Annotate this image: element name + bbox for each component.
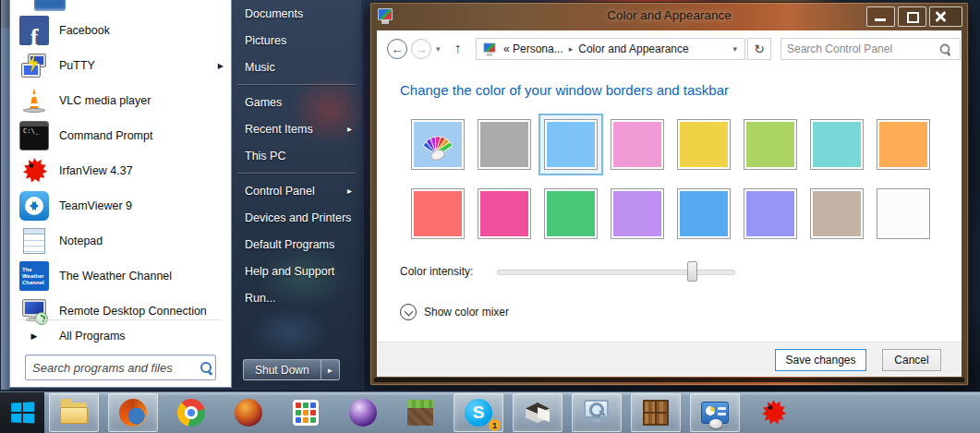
close-button[interactable] <box>929 6 962 27</box>
title-bar[interactable]: Color and Appearance <box>370 3 968 30</box>
all-programs-item[interactable]: ▶ All Programs <box>10 322 231 350</box>
program-item-command-prompt[interactable]: C:\_Command Prompt <box>10 118 231 153</box>
control-panel-search-input[interactable] <box>781 42 938 55</box>
back-arrow-icon: ← <box>392 42 404 56</box>
color-swatch-green[interactable] <box>744 119 797 170</box>
window-client-area: ← → ▾ ↑ « Persona... ▸ Color and Appeara… <box>377 30 962 377</box>
taskbar-eclipse[interactable] <box>339 394 387 431</box>
chrome-icon <box>176 398 206 427</box>
slider-track[interactable] <box>497 270 735 275</box>
display-settings-icon <box>700 398 730 427</box>
breadcrumb-current[interactable]: Color and Appearance <box>576 42 690 55</box>
color-intensity-slider[interactable] <box>497 258 735 285</box>
color-swatch-gray[interactable] <box>478 119 531 170</box>
recent-pages-dropdown-icon[interactable]: ▾ <box>436 44 441 54</box>
program-item-facebook[interactable]: fFacebook <box>10 13 231 48</box>
irfanview-icon <box>758 398 788 427</box>
color-swatch-magenta[interactable] <box>478 188 531 239</box>
taskbar-firefox[interactable] <box>108 393 158 432</box>
taskbar-skype[interactable]: S1 <box>454 393 503 432</box>
color-swatch-sky-blue[interactable] <box>544 119 598 170</box>
pinned-item-partial-icon[interactable] <box>34 0 66 11</box>
taskbar-irfanview[interactable] <box>749 394 797 431</box>
divider <box>237 173 356 174</box>
all-programs-label: All Programs <box>59 330 126 343</box>
up-button[interactable]: ↑ <box>454 40 462 55</box>
taskbar-minecraft-crafting[interactable] <box>631 393 681 432</box>
submenu-arrow-icon: ▸ <box>347 124 352 134</box>
program-item-putty[interactable]: PuTTY▶ <box>10 48 231 83</box>
color-swatch-white[interactable] <box>877 188 930 239</box>
color-intensity-label: Color intensity: <box>400 265 473 278</box>
color-swatch-blue[interactable] <box>677 188 731 239</box>
irfanview-icon <box>19 156 49 186</box>
program-item-notepad[interactable]: Notepad <box>10 223 231 259</box>
shut-down-options-arrow[interactable]: ▸ <box>321 359 340 380</box>
file-explorer-icon <box>59 398 89 427</box>
save-changes-button[interactable]: Save changes <box>775 349 866 371</box>
search-icon <box>199 360 213 375</box>
color-swatch-periwinkle[interactable] <box>744 188 797 239</box>
start-menu-places-panel: DocumentsPicturesMusicGamesRecent Items▸… <box>232 0 361 388</box>
back-button[interactable]: ← <box>387 39 407 59</box>
firefox-icon <box>118 398 148 427</box>
places-item[interactable]: Documents <box>232 0 361 27</box>
breadcrumb-collapsed[interactable]: « Persona... <box>502 42 565 55</box>
places-item[interactable]: Control Panel▸ <box>232 177 361 204</box>
places-item[interactable]: Pictures <box>232 27 361 54</box>
color-swatch-orange[interactable] <box>877 119 930 170</box>
color-swatch-lavender[interactable] <box>611 188 664 239</box>
taskbar-screen-search[interactable] <box>572 393 622 432</box>
minimize-button[interactable] <box>866 6 895 27</box>
address-dropdown-icon[interactable]: ▾ <box>732 44 744 54</box>
program-item-weather-channel[interactable]: TheWeatherChannelThe Weather Channel <box>10 259 231 294</box>
places-item[interactable]: Recent Items▸ <box>232 115 361 142</box>
program-item-irfanview[interactable]: IrfanView 4.37 <box>10 153 231 188</box>
places-item[interactable]: Help and Support <box>232 258 361 284</box>
color-swatch-grid <box>411 119 930 258</box>
taskbar-app-launcher[interactable] <box>282 394 330 431</box>
cancel-button[interactable]: Cancel <box>882 349 941 371</box>
color-swatch-pink[interactable] <box>611 119 664 170</box>
taskbar-chrome[interactable] <box>167 394 215 431</box>
color-swatch-emerald[interactable] <box>544 188 598 239</box>
taskbar-minecraft[interactable] <box>396 394 444 431</box>
start-button[interactable] <box>0 392 44 433</box>
color-swatch-red[interactable] <box>411 188 465 239</box>
color-swatch-automatic[interactable] <box>411 119 465 170</box>
color-swatch-taupe[interactable] <box>810 188 864 239</box>
start-search-box[interactable] <box>25 355 216 380</box>
start-menu: fFacebookPuTTY▶VLC media playerC:\_Comma… <box>0 0 364 391</box>
color-swatch-turquoise[interactable] <box>810 119 864 170</box>
places-item[interactable]: Music <box>232 54 361 80</box>
taskbar-firefox-aurora[interactable] <box>224 394 272 431</box>
address-bar[interactable]: « Persona... ▸ Color and Appearance ▾ <box>476 38 745 60</box>
slider-thumb[interactable] <box>687 261 697 282</box>
taskbar-file-explorer[interactable] <box>49 393 99 432</box>
start-menu-programs-panel: fFacebookPuTTY▶VLC media playerC:\_Comma… <box>9 0 232 388</box>
notification-badge: 1 <box>489 419 501 431</box>
places-item[interactable]: Default Programs <box>232 231 361 258</box>
places-item[interactable]: Run... <box>232 284 361 311</box>
program-item-teamviewer[interactable]: TeamViewer 9 <box>10 188 231 223</box>
forward-button[interactable]: → <box>411 39 431 59</box>
control-panel-search-box[interactable] <box>780 38 961 60</box>
maximize-button[interactable] <box>898 6 926 27</box>
show-color-mixer-toggle[interactable]: Show color mixer <box>400 304 509 320</box>
places-item[interactable]: This PC <box>232 142 361 169</box>
shut-down-button[interactable]: Shut Down <box>243 359 321 380</box>
color-appearance-window: Color and Appearance ← → ▾ ↑ « Persona..… <box>369 2 969 386</box>
places-item[interactable]: Games <box>232 89 361 115</box>
start-search-input[interactable] <box>26 361 199 375</box>
taskbar-display-settings[interactable] <box>690 393 740 432</box>
teamviewer-icon <box>19 191 49 221</box>
taskbar-sweet-home-3d[interactable] <box>513 393 563 432</box>
page-heading: Change the color of your window borders … <box>400 82 729 98</box>
program-item-vlc[interactable]: VLC media player <box>10 83 231 118</box>
refresh-button[interactable]: ↻ <box>747 38 771 60</box>
places-item[interactable]: Devices and Printers <box>232 204 361 231</box>
color-swatch-yellow[interactable] <box>677 119 731 170</box>
windows-logo-icon <box>11 402 35 424</box>
app-launcher-icon <box>291 398 321 427</box>
sweet-home-3d-icon <box>523 398 552 427</box>
